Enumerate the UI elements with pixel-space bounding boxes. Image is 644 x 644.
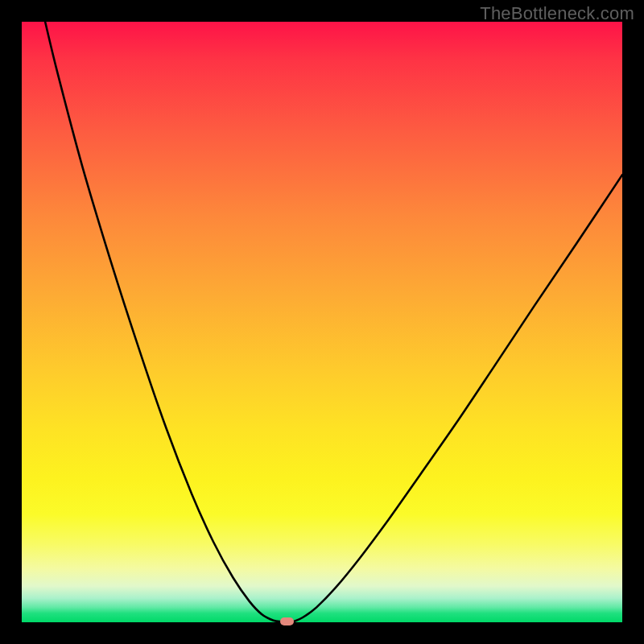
curve-right-branch <box>293 175 622 621</box>
watermark-text: TheBottleneck.com <box>480 3 634 24</box>
curve-left-branch <box>45 22 281 621</box>
bottleneck-curve <box>22 22 622 622</box>
chart-frame: TheBottleneck.com <box>0 0 644 644</box>
optimal-point-marker <box>280 617 294 625</box>
plot-area <box>22 22 622 622</box>
